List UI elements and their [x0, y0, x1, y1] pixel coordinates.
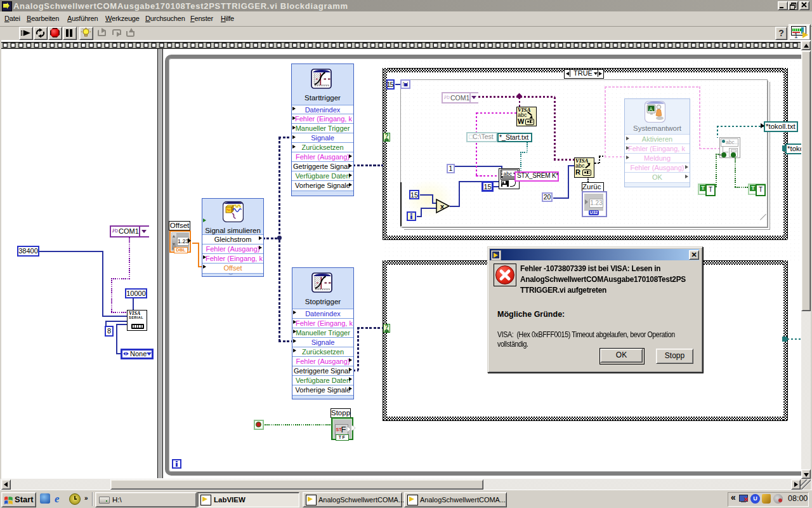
svg-text:x: x [440, 203, 445, 210]
svg-text:A: A [649, 106, 653, 112]
